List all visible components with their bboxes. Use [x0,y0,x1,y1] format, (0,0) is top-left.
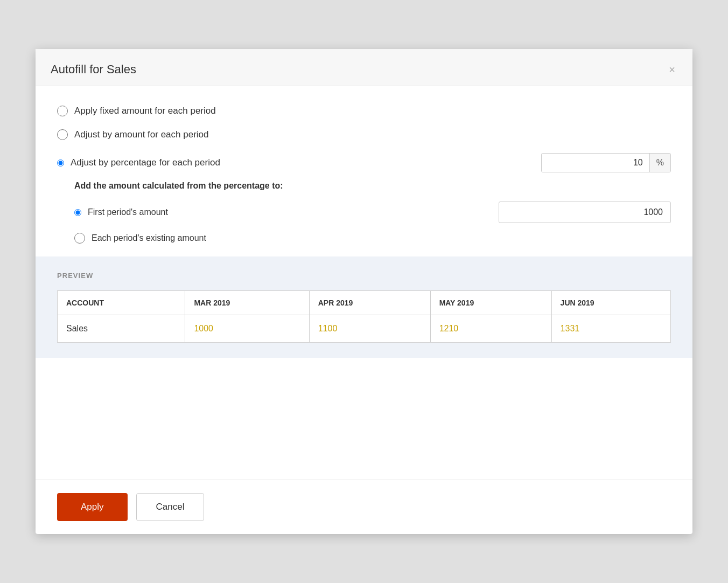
adjust-percentage-label: Adjust by percentage for each period [71,157,220,168]
dialog-header: Autofill for Sales × [36,49,692,86]
sub-section: Add the amount calculated from the perce… [74,181,671,244]
table-row: Sales 1000 1100 1210 1331 [58,315,671,343]
first-period-radio[interactable] [74,209,81,216]
autofill-dialog: Autofill for Sales × Apply fixed amount … [36,49,692,534]
adjust-amount-option: Adjust by amount for each period [57,129,671,140]
preview-table: ACCOUNT MAR 2019 APR 2019 MAY 2019 JUN 2… [57,290,671,343]
each-period-radio[interactable] [74,233,85,244]
first-period-label: First period's amount [88,207,168,217]
adjust-percentage-left: Adjust by percentage for each period [57,157,220,168]
fixed-amount-option: Apply fixed amount for each period [57,106,671,116]
apply-button[interactable]: Apply [57,493,128,521]
close-button[interactable]: × [667,62,677,77]
first-period-left: First period's amount [74,207,168,217]
percentage-input-wrapper: % [541,153,671,172]
col-apr2019: APR 2019 [309,291,430,315]
dialog-body: Apply fixed amount for each period Adjus… [36,86,692,480]
col-account: ACCOUNT [58,291,185,315]
dialog-footer: Apply Cancel [36,480,692,534]
percentage-symbol: % [649,154,670,172]
cell-jun2019: 1331 [551,315,670,343]
percentage-input[interactable] [542,154,649,172]
adjust-amount-label: Adjust by amount for each period [74,129,208,140]
col-jun2019: JUN 2019 [551,291,670,315]
cell-apr2019: 1100 [309,315,430,343]
amount-input[interactable] [499,202,671,223]
col-may2019: MAY 2019 [430,291,551,315]
adjust-amount-radio[interactable] [57,129,68,140]
dialog-title: Autofill for Sales [51,63,136,77]
col-mar2019: MAR 2019 [185,291,309,315]
cell-mar2019: 1000 [185,315,309,343]
fixed-amount-label: Apply fixed amount for each period [74,106,216,116]
cell-may2019: 1210 [430,315,551,343]
sub-section-label: Add the amount calculated from the perce… [74,181,671,191]
each-period-label: Each period's existing amount [92,233,206,243]
cell-account: Sales [58,315,185,343]
first-period-row: First period's amount [74,202,671,223]
each-period-option: Each period's existing amount [74,233,671,244]
cancel-button[interactable]: Cancel [136,493,205,521]
adjust-percentage-radio[interactable] [57,159,64,166]
fixed-amount-radio[interactable] [57,106,68,116]
preview-section: PREVIEW ACCOUNT MAR 2019 APR 2019 MAY 20… [36,256,692,358]
preview-label: PREVIEW [57,272,671,280]
table-header-row: ACCOUNT MAR 2019 APR 2019 MAY 2019 JUN 2… [58,291,671,315]
adjust-percentage-row: Adjust by percentage for each period % [57,153,671,172]
